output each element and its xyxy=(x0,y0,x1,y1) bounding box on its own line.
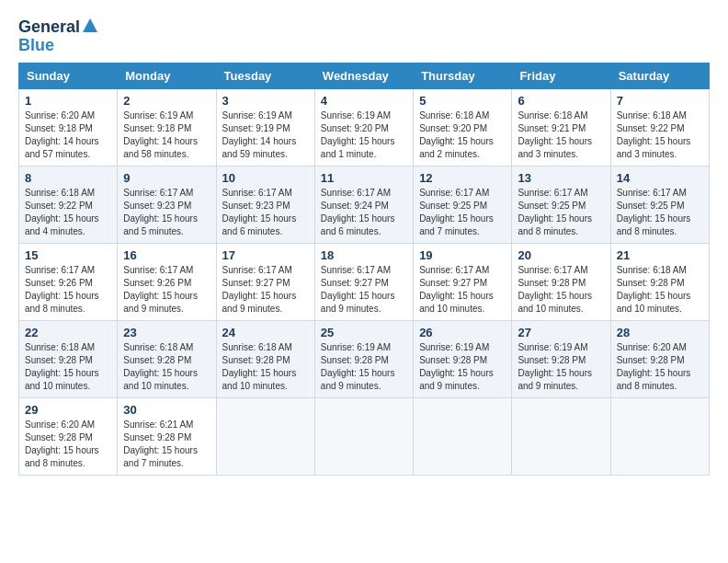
calendar-cell: 25 Sunrise: 6:19 AM Sunset: 9:28 PM Dayl… xyxy=(314,320,413,397)
header-wednesday: Wednesday xyxy=(314,63,413,88)
logo-icon: General xyxy=(18,18,98,37)
day-sunset: Sunset: 9:25 PM xyxy=(617,200,703,213)
day-sunset: Sunset: 9:28 PM xyxy=(25,354,111,367)
day-daylight: Daylight: 15 hours and 9 minutes. xyxy=(419,367,506,393)
day-sunrise: Sunrise: 6:17 AM xyxy=(321,187,407,200)
day-daylight: Daylight: 14 hours and 58 minutes. xyxy=(123,135,210,161)
day-number: 10 xyxy=(222,171,309,185)
day-sunset: Sunset: 9:28 PM xyxy=(123,354,210,367)
calendar-cell xyxy=(610,397,709,475)
calendar-cell: 22 Sunrise: 6:18 AM Sunset: 9:28 PM Dayl… xyxy=(19,320,118,397)
day-number: 9 xyxy=(123,171,210,185)
day-sunset: Sunset: 9:20 PM xyxy=(321,122,407,135)
day-number: 30 xyxy=(123,403,210,417)
day-number: 19 xyxy=(419,248,506,262)
day-sunset: Sunset: 9:28 PM xyxy=(617,277,703,290)
day-daylight: Daylight: 15 hours and 7 minutes. xyxy=(123,444,210,470)
day-number: 16 xyxy=(123,248,210,262)
calendar-cell: 26 Sunrise: 6:19 AM Sunset: 9:28 PM Dayl… xyxy=(414,320,512,397)
calendar-cell: 21 Sunrise: 6:18 AM Sunset: 9:28 PM Dayl… xyxy=(610,243,709,320)
day-daylight: Daylight: 15 hours and 10 minutes. xyxy=(617,290,703,316)
day-sunrise: Sunrise: 6:19 AM xyxy=(321,341,407,354)
day-daylight: Daylight: 15 hours and 8 minutes. xyxy=(25,444,111,470)
logo-triangle-icon xyxy=(82,17,98,34)
day-number: 20 xyxy=(518,248,604,262)
day-sunset: Sunset: 9:27 PM xyxy=(321,277,407,290)
calendar-week-row: 1 Sunrise: 6:20 AM Sunset: 9:18 PM Dayli… xyxy=(19,88,710,166)
day-number: 17 xyxy=(222,248,309,262)
day-daylight: Daylight: 15 hours and 6 minutes. xyxy=(321,213,407,238)
day-sunset: Sunset: 9:28 PM xyxy=(518,354,604,367)
header-tuesday: Tuesday xyxy=(216,63,314,88)
calendar-cell: 30 Sunrise: 6:21 AM Sunset: 9:28 PM Dayl… xyxy=(118,397,216,475)
day-daylight: Daylight: 15 hours and 4 minutes. xyxy=(25,213,111,238)
calendar-table: SundayMondayTuesdayWednesdayThursdayFrid… xyxy=(18,63,710,476)
calendar-cell: 7 Sunrise: 6:18 AM Sunset: 9:22 PM Dayli… xyxy=(610,88,709,166)
logo-general: General xyxy=(18,18,80,37)
day-number: 27 xyxy=(518,326,604,339)
day-daylight: Daylight: 15 hours and 10 minutes. xyxy=(518,290,604,316)
day-daylight: Daylight: 15 hours and 10 minutes. xyxy=(222,367,309,393)
day-sunrise: Sunrise: 6:19 AM xyxy=(321,109,407,122)
day-daylight: Daylight: 15 hours and 10 minutes. xyxy=(123,367,210,393)
day-sunrise: Sunrise: 6:17 AM xyxy=(222,264,309,277)
calendar-cell: 13 Sunrise: 6:17 AM Sunset: 9:25 PM Dayl… xyxy=(512,166,610,243)
day-sunrise: Sunrise: 6:18 AM xyxy=(617,264,703,277)
day-sunset: Sunset: 9:19 PM xyxy=(222,122,309,135)
day-sunset: Sunset: 9:27 PM xyxy=(222,277,309,290)
day-number: 12 xyxy=(419,171,506,185)
calendar-cell xyxy=(314,397,413,475)
day-number: 23 xyxy=(123,326,210,339)
day-sunrise: Sunrise: 6:17 AM xyxy=(518,264,604,277)
day-sunrise: Sunrise: 6:19 AM xyxy=(419,341,506,354)
day-number: 22 xyxy=(25,326,111,339)
day-sunrise: Sunrise: 6:19 AM xyxy=(123,109,210,122)
day-sunrise: Sunrise: 6:17 AM xyxy=(617,187,703,200)
day-sunrise: Sunrise: 6:18 AM xyxy=(25,341,111,354)
day-sunset: Sunset: 9:20 PM xyxy=(419,122,506,135)
day-sunset: Sunset: 9:28 PM xyxy=(123,431,210,444)
calendar-cell: 1 Sunrise: 6:20 AM Sunset: 9:18 PM Dayli… xyxy=(19,88,118,166)
day-sunset: Sunset: 9:28 PM xyxy=(518,277,604,290)
day-daylight: Daylight: 15 hours and 8 minutes. xyxy=(617,213,703,238)
day-daylight: Daylight: 15 hours and 10 minutes. xyxy=(25,367,111,393)
page-header: General Blue xyxy=(18,18,710,55)
day-sunset: Sunset: 9:28 PM xyxy=(419,354,506,367)
day-number: 4 xyxy=(321,94,407,108)
day-sunset: Sunset: 9:25 PM xyxy=(419,200,506,213)
calendar-week-row: 29 Sunrise: 6:20 AM Sunset: 9:28 PM Dayl… xyxy=(19,397,710,475)
day-daylight: Daylight: 15 hours and 3 minutes. xyxy=(518,135,604,161)
day-sunrise: Sunrise: 6:17 AM xyxy=(419,264,506,277)
day-number: 18 xyxy=(321,248,407,262)
day-number: 5 xyxy=(419,94,506,108)
day-number: 25 xyxy=(321,326,407,339)
day-sunset: Sunset: 9:28 PM xyxy=(321,354,407,367)
day-sunset: Sunset: 9:22 PM xyxy=(25,200,111,213)
day-sunrise: Sunrise: 6:20 AM xyxy=(25,419,111,431)
calendar-cell: 6 Sunrise: 6:18 AM Sunset: 9:21 PM Dayli… xyxy=(512,88,610,166)
day-daylight: Daylight: 15 hours and 9 minutes. xyxy=(321,367,407,393)
day-sunrise: Sunrise: 6:19 AM xyxy=(222,109,309,122)
calendar-cell: 29 Sunrise: 6:20 AM Sunset: 9:28 PM Dayl… xyxy=(19,397,118,475)
day-sunrise: Sunrise: 6:20 AM xyxy=(25,109,111,122)
calendar-cell: 4 Sunrise: 6:19 AM Sunset: 9:20 PM Dayli… xyxy=(314,88,413,166)
calendar-cell: 11 Sunrise: 6:17 AM Sunset: 9:24 PM Dayl… xyxy=(314,166,413,243)
day-sunrise: Sunrise: 6:18 AM xyxy=(25,187,111,200)
day-sunrise: Sunrise: 6:18 AM xyxy=(617,109,703,122)
calendar-cell: 10 Sunrise: 6:17 AM Sunset: 9:23 PM Dayl… xyxy=(216,166,314,243)
day-sunset: Sunset: 9:28 PM xyxy=(25,431,111,444)
day-daylight: Daylight: 14 hours and 59 minutes. xyxy=(222,135,309,161)
day-number: 24 xyxy=(222,326,309,339)
calendar-week-row: 8 Sunrise: 6:18 AM Sunset: 9:22 PM Dayli… xyxy=(19,166,710,243)
day-sunrise: Sunrise: 6:18 AM xyxy=(222,341,309,354)
day-number: 8 xyxy=(25,171,111,185)
calendar-cell: 20 Sunrise: 6:17 AM Sunset: 9:28 PM Dayl… xyxy=(512,243,610,320)
day-sunrise: Sunrise: 6:17 AM xyxy=(419,187,506,200)
day-daylight: Daylight: 15 hours and 9 minutes. xyxy=(222,290,309,316)
day-daylight: Daylight: 15 hours and 10 minutes. xyxy=(419,290,506,316)
day-daylight: Daylight: 15 hours and 5 minutes. xyxy=(123,213,210,238)
day-daylight: Daylight: 15 hours and 2 minutes. xyxy=(419,135,506,161)
logo-blue: Blue xyxy=(18,37,54,55)
calendar-cell: 9 Sunrise: 6:17 AM Sunset: 9:23 PM Dayli… xyxy=(118,166,216,243)
day-sunset: Sunset: 9:18 PM xyxy=(123,122,210,135)
